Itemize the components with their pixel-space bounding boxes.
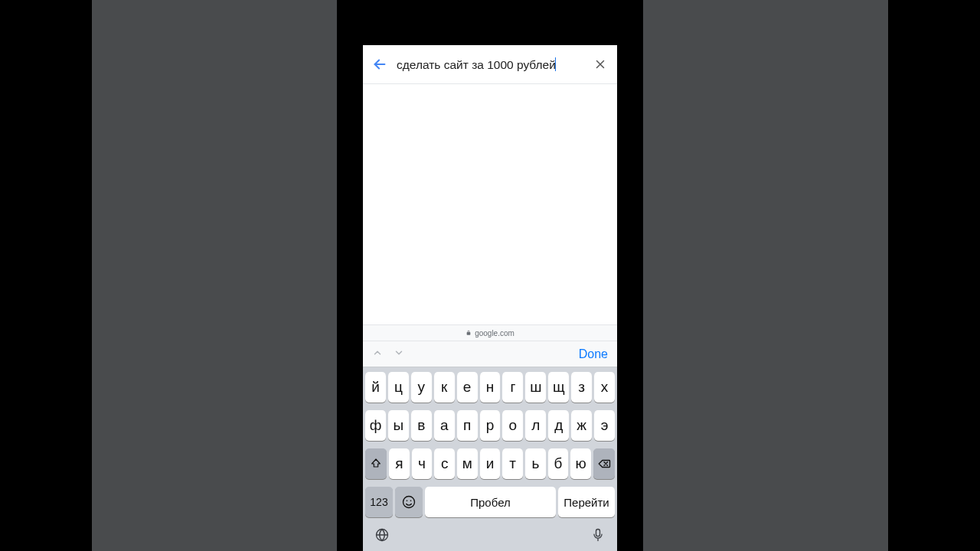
key-ч[interactable]: ч [412, 448, 433, 479]
keyboard-row-4: 123 Пробел Перейти [365, 487, 615, 517]
key-з[interactable]: з [571, 372, 592, 403]
emoji-key[interactable] [395, 487, 423, 517]
omnibox-host: google.com [475, 329, 514, 337]
key-ц[interactable]: ц [388, 372, 409, 403]
key-г[interactable]: г [502, 372, 523, 403]
key-с[interactable]: с [434, 448, 455, 479]
space-key[interactable]: Пробел [425, 487, 556, 517]
shift-key[interactable] [365, 448, 387, 479]
key-ь[interactable]: ь [525, 448, 546, 479]
svg-point-0 [403, 497, 415, 508]
key-д[interactable]: д [548, 410, 569, 441]
key-ю[interactable]: ю [570, 448, 591, 479]
key-л[interactable]: л [525, 410, 546, 441]
globe-icon [374, 527, 390, 543]
lock-icon [466, 330, 472, 336]
omnibox-footer[interactable]: google.com [363, 324, 617, 341]
search-input[interactable]: сделать сайт за 1000 рублей [397, 57, 583, 72]
search-query-text: сделать сайт за 1000 рублей [397, 58, 556, 71]
key-е[interactable]: е [457, 372, 478, 403]
backspace-key[interactable] [593, 448, 615, 479]
keyboard: йцукенгшщзх фывапролджэ ячсмитьбю 123 Пр… [363, 367, 617, 551]
clear-button[interactable] [591, 57, 609, 71]
key-я[interactable]: я [389, 448, 410, 479]
done-button[interactable]: Done [579, 347, 608, 361]
keyboard-row-1: йцукенгшщзх [365, 372, 615, 403]
back-button[interactable] [371, 56, 389, 73]
dictation-key[interactable] [590, 527, 606, 546]
phone-frame: сделать сайт за 1000 рублей google.com D… [363, 0, 617, 551]
key-у[interactable]: у [411, 372, 432, 403]
key-й[interactable]: й [365, 372, 386, 403]
globe-key[interactable] [374, 527, 390, 546]
key-т[interactable]: т [502, 448, 523, 479]
phone-screen: сделать сайт за 1000 рублей google.com D… [363, 45, 617, 551]
close-icon [593, 57, 607, 71]
black-pillar-inner-right [616, 0, 643, 551]
key-ф[interactable]: ф [365, 410, 386, 441]
key-н[interactable]: н [480, 372, 501, 403]
go-key[interactable]: Перейти [558, 487, 615, 517]
chevron-up-icon [372, 347, 383, 358]
keyboard-row-2: фывапролджэ [365, 410, 615, 441]
numbers-key[interactable]: 123 [365, 487, 393, 517]
key-о[interactable]: о [502, 410, 523, 441]
key-х[interactable]: х [594, 372, 615, 403]
key-а[interactable]: а [434, 410, 455, 441]
key-ш[interactable]: ш [525, 372, 546, 403]
key-э[interactable]: э [594, 410, 615, 441]
key-м[interactable]: м [457, 448, 478, 479]
prev-field-button[interactable] [372, 347, 383, 361]
key-р[interactable]: р [480, 410, 501, 441]
key-в[interactable]: в [411, 410, 432, 441]
key-к[interactable]: к [434, 372, 455, 403]
search-bar: сделать сайт за 1000 рублей [363, 45, 617, 84]
keyboard-row-3: ячсмитьбю [365, 448, 615, 479]
next-field-button[interactable] [394, 347, 404, 361]
text-cursor [555, 57, 557, 71]
mic-icon [590, 527, 606, 543]
shift-icon [370, 458, 382, 470]
suggestions-area [363, 84, 617, 324]
svg-rect-4 [596, 530, 600, 536]
keyboard-bottom-row [365, 525, 615, 548]
key-ы[interactable]: ы [388, 410, 409, 441]
key-п[interactable]: п [457, 410, 478, 441]
emoji-icon [401, 494, 416, 510]
chevron-down-icon [394, 347, 404, 358]
key-и[interactable]: и [480, 448, 501, 479]
svg-point-2 [410, 500, 412, 502]
key-щ[interactable]: щ [548, 372, 569, 403]
key-б[interactable]: б [548, 448, 569, 479]
key-ж[interactable]: ж [571, 410, 592, 441]
backspace-icon [597, 457, 611, 471]
keyboard-accessory-bar: Done [363, 341, 617, 367]
arrow-left-icon [371, 56, 388, 73]
svg-point-1 [407, 500, 408, 502]
black-pillar-inner-left [337, 0, 364, 551]
